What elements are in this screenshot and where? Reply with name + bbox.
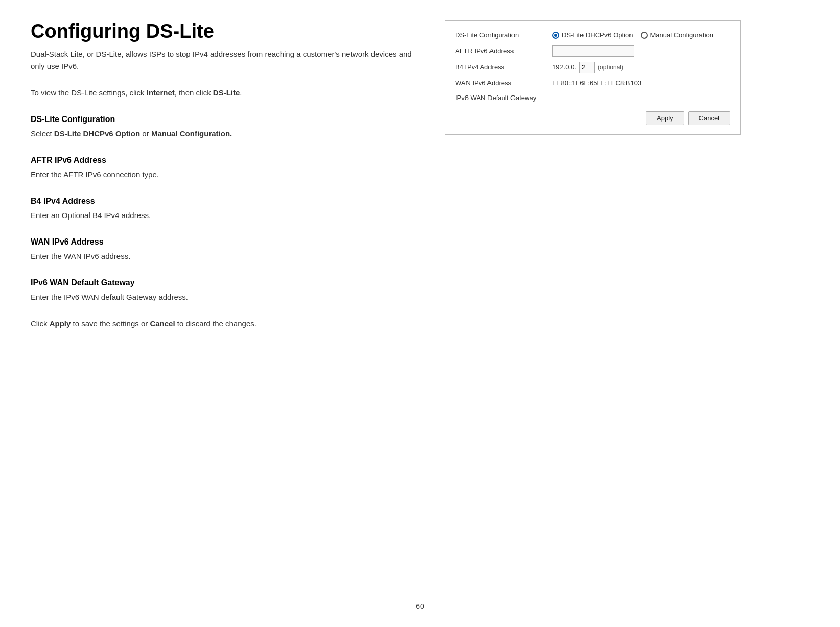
section-aftr-ipv6: AFTR IPv6 Address Enter the AFTR IPv6 co… [31,154,414,181]
section-title-aftr: AFTR IPv6 Address [31,154,414,166]
b4-ip-prefix: 192.0.0. [552,62,576,73]
section-desc-b4: Enter an Optional B4 IPv4 address. [31,209,414,222]
radio-manual-label: Manual Configuration [650,30,713,40]
b4-optional-label: (optional) [598,63,623,72]
radio-manual-dot [641,32,648,39]
b4-value: 192.0.0. (optional) [552,62,623,73]
section-desc-ds-lite: Select DS-Lite DHCPv6 Option or Manual C… [31,128,414,140]
left-column: Configuring DS-Lite Dual-Stack Lite, or … [31,20,414,330]
section-title-b4: B4 IPv4 Address [31,195,414,207]
b4-label: B4 IPv4 Address [455,62,552,73]
page-container: Configuring DS-Lite Dual-Stack Lite, or … [0,0,840,627]
radio-dhcpv6-option[interactable]: DS-Lite DHCPv6 Option [552,30,633,40]
view-instructions: To view the DS-Lite settings, click Inte… [31,87,414,99]
section-title-wan: WAN IPv6 Address [31,236,414,248]
section-wan-ipv6: WAN IPv6 Address Enter the WAN IPv6 addr… [31,236,414,262]
wan-label: WAN IPv6 Address [455,78,552,88]
aftr-value [552,45,634,57]
aftr-row: AFTR IPv6 Address [455,45,730,57]
internet-bold: Internet [147,88,175,97]
section-b4-ipv4: B4 IPv4 Address Enter an Optional B4 IPv… [31,195,414,222]
radio-dhcpv6-dot [552,32,559,39]
aftr-input[interactable] [552,45,634,57]
b4-row: B4 IPv4 Address 192.0.0. (optional) [455,62,730,73]
button-row: Apply Cancel [455,111,730,125]
wan-row: WAN IPv6 Address FE80::1E6F:65FF:FEC8:B1… [455,78,730,88]
section-desc-aftr: Enter the AFTR IPv6 connection type. [31,168,414,181]
section-ipv6-wan-gw: IPv6 WAN Default Gateway Enter the IPv6 … [31,277,414,303]
radio-group: DS-Lite DHCPv6 Option Manual Configurati… [552,30,713,40]
dslite-bold: DS-Lite [213,88,240,97]
manual-config-bold: Manual Configuration. [151,129,232,138]
section-ds-lite-config: DS-Lite Configuration Select DS-Lite DHC… [31,113,414,140]
config-radio-group: DS-Lite DHCPv6 Option Manual Configurati… [552,30,713,40]
apply-bold-note: Apply [50,319,71,328]
section-title-ds-lite: DS-Lite Configuration [31,113,414,126]
section-title-gw: IPv6 WAN Default Gateway [31,277,414,289]
bottom-note: Click Apply to save the settings or Canc… [31,318,414,330]
gw-label: IPv6 WAN Default Gateway [455,93,552,103]
config-panel-title: DS-Lite Configuration [455,30,552,40]
section-desc-wan: Enter the WAN IPv6 address. [31,250,414,262]
config-header-row: DS-Lite Configuration DS-Lite DHCPv6 Opt… [455,30,730,40]
cancel-button[interactable]: Cancel [688,111,730,125]
wan-ipv6-value: FE80::1E6F:65FF:FEC8:B103 [552,78,641,88]
intro-text: Dual-Stack Lite, or DS-Lite, allows ISPs… [31,48,414,73]
content-area: Configuring DS-Lite Dual-Stack Lite, or … [31,20,809,330]
page-number: 60 [416,601,424,612]
dhcpv6-bold: DS-Lite DHCPv6 Option [54,129,140,138]
wan-value: FE80::1E6F:65FF:FEC8:B103 [552,78,641,88]
aftr-label: AFTR IPv6 Address [455,46,552,56]
right-column: DS-Lite Configuration DS-Lite DHCPv6 Opt… [445,20,741,135]
section-desc-gw: Enter the IPv6 WAN default Gateway addre… [31,291,414,303]
cancel-bold-note: Cancel [150,319,175,328]
page-title: Configuring DS-Lite [31,20,414,43]
radio-dhcpv6-label: DS-Lite DHCPv6 Option [562,30,633,40]
b4-last-octet-input[interactable] [579,62,595,73]
apply-button[interactable]: Apply [646,111,684,125]
gw-row: IPv6 WAN Default Gateway [455,93,730,103]
config-panel: DS-Lite Configuration DS-Lite DHCPv6 Opt… [445,20,741,135]
radio-manual-option[interactable]: Manual Configuration [641,30,713,40]
